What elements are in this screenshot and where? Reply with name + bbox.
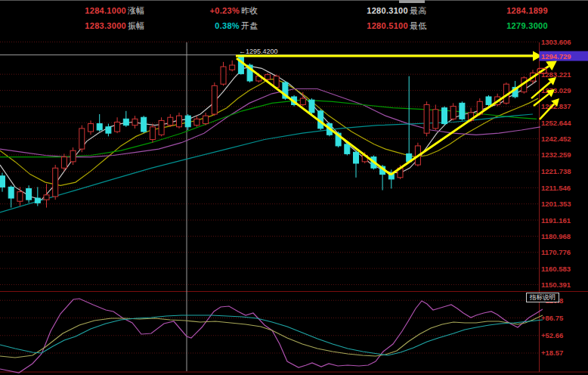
trend-down-line	[237, 58, 391, 175]
candle-down	[345, 144, 350, 154]
price-axis-label: 1273.029	[541, 86, 571, 95]
trend-up-arrow	[391, 66, 549, 175]
candle-down	[442, 108, 447, 124]
candle-down	[309, 100, 314, 113]
candle-down	[97, 124, 102, 130]
price-axis-label: 1221.738	[541, 167, 571, 175]
candle-up	[88, 124, 94, 132]
candle-up	[61, 157, 67, 169]
candle-down	[35, 198, 40, 203]
candle-up	[424, 104, 429, 133]
price-axis-label: 1191.161	[541, 216, 571, 225]
trading-chart-window: 1284.1000涨幅 +0.23%昨收 1280.3100最高 1284.18…	[0, 0, 588, 375]
price-axis-label: 1283.221	[541, 70, 571, 79]
price-axis-label: 1201.353	[541, 200, 571, 208]
candle-down	[141, 117, 147, 132]
candle-up	[212, 85, 217, 114]
candle-up	[177, 116, 182, 127]
candle-up	[79, 129, 85, 149]
candle-up	[230, 65, 235, 70]
osc-teal	[0, 315, 543, 355]
candle-up	[159, 120, 164, 135]
price-axis-label: 1160.583	[541, 265, 571, 273]
candle-down	[123, 119, 128, 125]
trend-up-arrow-head	[546, 60, 557, 70]
candle-up	[132, 119, 138, 125]
price-axis-label: 1252.644	[541, 119, 571, 127]
candle-down	[0, 176, 5, 188]
candle-up	[150, 127, 155, 140]
osc-magenta	[0, 299, 543, 373]
price-axis-label: 1242.452	[541, 135, 571, 143]
indicator-info-button[interactable]: 指标说明	[526, 293, 559, 302]
candle-up	[70, 150, 76, 162]
candle-up	[17, 192, 23, 202]
current-price-tag-text: 1294.729	[541, 52, 571, 60]
candle-down	[106, 127, 111, 133]
price-axis-label: 1170.776	[541, 248, 571, 256]
price-axis-label: 1150.391	[541, 280, 571, 289]
indicator-axis-label: +52.66	[541, 331, 563, 339]
candle-down	[486, 97, 491, 104]
candle-up	[300, 98, 305, 104]
price-axis-label: 1232.259	[541, 150, 571, 159]
candle-down	[354, 152, 359, 163]
price-axis-label: 1303.606	[541, 38, 571, 46]
candle-up	[265, 75, 271, 79]
candle-down	[460, 103, 465, 119]
candle-up	[115, 122, 120, 132]
high-price-annotation: ←1295.4200	[239, 48, 278, 55]
candle-up	[44, 195, 49, 200]
price-chart-canvas[interactable]: 1303.6061283.2211273.0291262.8371252.644…	[0, 0, 588, 375]
indicator-axis-label: +18.57	[541, 349, 563, 357]
indicator-axis-label: +86.75	[541, 314, 564, 322]
candle-up	[221, 67, 226, 84]
candle-up	[194, 119, 200, 125]
candle-up	[203, 116, 209, 123]
candle-up	[450, 107, 456, 119]
candle-up	[53, 168, 58, 197]
candle-down	[185, 116, 190, 127]
candle-up	[168, 117, 173, 125]
price-axis-label: 1180.968	[541, 232, 571, 240]
candle-down	[8, 187, 14, 198]
price-axis-label: 1211.546	[541, 184, 571, 192]
candle-down	[26, 188, 32, 200]
candle-up	[433, 110, 438, 129]
